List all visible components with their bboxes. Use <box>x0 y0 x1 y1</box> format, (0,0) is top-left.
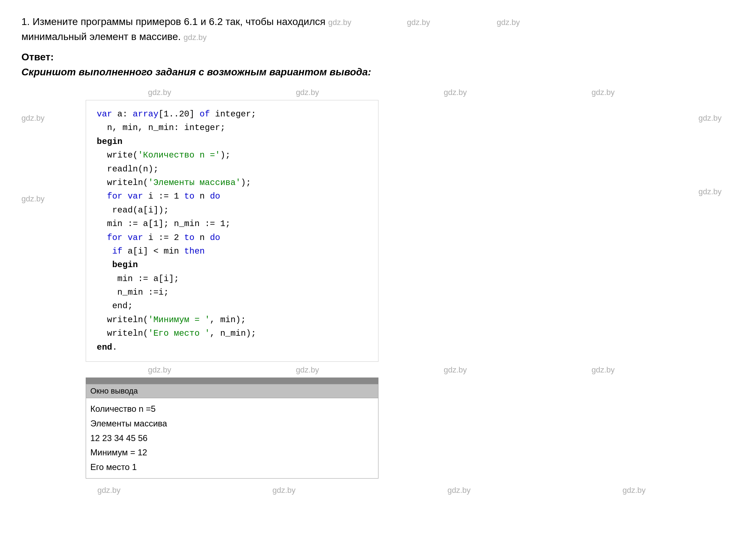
code-line-11: if a[i] < min then <box>97 245 367 258</box>
wm-bot-3: gdz.by <box>447 486 471 495</box>
output-scrollbar <box>86 378 378 384</box>
code-line-12: begin <box>97 258 367 272</box>
task-body: Измените программы примеров 6.1 и 6.2 та… <box>32 16 325 27</box>
wm-bot-2: gdz.by <box>272 486 296 495</box>
output-line-5: Его место 1 <box>90 460 374 475</box>
wm-bot-1: gdz.by <box>97 486 121 495</box>
code-line-18: end. <box>97 341 367 354</box>
code-line-6: writeln('Элементы массива'); <box>97 176 367 190</box>
wm-mid-2: gdz.by <box>296 365 319 375</box>
task-text2: минимальный элемент в массиве. <box>21 31 181 42</box>
output-line-1: Количество n =5 <box>90 402 374 416</box>
code-line-17: writeln('Его место ', n_min); <box>97 327 367 340</box>
code-line-5: readln(n); <box>97 162 367 176</box>
output-line-4: Минимум = 12 <box>90 445 374 460</box>
center-content: gdz.by gdz.by gdz.by gdz.by var a: array… <box>86 85 677 479</box>
wm-top-3: gdz.by <box>444 88 467 97</box>
watermark-inline-2: gdz.by <box>407 18 430 27</box>
right-watermarks: gdz.by gdz.by <box>677 85 722 196</box>
answer-label: Ответ: <box>21 51 722 63</box>
output-body: Количество n =5 Элементы массива 12 23 3… <box>86 398 378 479</box>
screenshot-label: Скриншот выполненного задания с возможны… <box>21 66 722 78</box>
wm-bot-4: gdz.by <box>622 486 646 495</box>
wm-top-1: gdz.by <box>148 88 171 97</box>
code-line-4: write('Количество n ='); <box>97 149 367 162</box>
watermark-inline-3: gdz.by <box>497 18 520 27</box>
wm-right-1: gdz.by <box>698 114 722 123</box>
wm-left-1: gdz.by <box>21 114 86 123</box>
output-header: Окно вывода <box>86 384 378 398</box>
wm-mid-4: gdz.by <box>592 365 615 375</box>
watermark-inline-4: gdz.by <box>184 33 207 42</box>
output-line-3: 12 23 34 45 56 <box>90 431 374 446</box>
wm-top-4: gdz.by <box>592 88 615 97</box>
code-line-9: min := a[1]; n_min := 1; <box>97 217 367 231</box>
code-line-14: n_min :=i; <box>97 286 367 299</box>
task-text: 1. Измените программы примеров 6.1 и 6.2… <box>21 14 722 44</box>
main-layout: gdz.by gdz.by gdz.by gdz.by gdz.by gdz.b… <box>21 85 722 479</box>
code-block: var a: array[1..20] of integer; n, min, … <box>86 100 378 362</box>
output-section: Окно вывода Количество n =5 Элементы мас… <box>86 378 378 479</box>
code-line-13: min := a[i]; <box>97 272 367 286</box>
wm-right-2: gdz.by <box>698 187 722 196</box>
wm-mid-3: gdz.by <box>444 365 467 375</box>
left-watermarks: gdz.by gdz.by <box>21 85 86 204</box>
middle-wm-row: gdz.by gdz.by gdz.by gdz.by <box>86 365 677 375</box>
wm-left-2: gdz.by <box>21 194 86 204</box>
task-number: 1. <box>21 16 30 27</box>
code-line-10: for var i := 2 to n do <box>97 231 367 245</box>
watermark-inline-1: gdz.by <box>328 18 351 27</box>
code-line-1: var a: array[1..20] of integer; <box>97 108 367 121</box>
wm-top-2: gdz.by <box>296 88 319 97</box>
top-wm-row: gdz.by gdz.by gdz.by gdz.by <box>86 88 677 97</box>
output-line-2: Элементы массива <box>90 416 374 431</box>
code-line-3: begin <box>97 135 367 149</box>
code-line-7: for var i := 1 to n do <box>97 190 367 203</box>
code-line-15: end; <box>97 299 367 313</box>
wm-mid-1: gdz.by <box>148 365 171 375</box>
bottom-wm-row: gdz.by gdz.by gdz.by gdz.by <box>21 486 722 495</box>
code-line-8: read(a[i]); <box>97 204 367 217</box>
code-line-2: n, min, n_min: integer; <box>97 121 367 135</box>
page-container: 1. Измените программы примеров 6.1 и 6.2… <box>21 14 722 495</box>
code-line-16: writeln('Минимум = ', min); <box>97 313 367 327</box>
